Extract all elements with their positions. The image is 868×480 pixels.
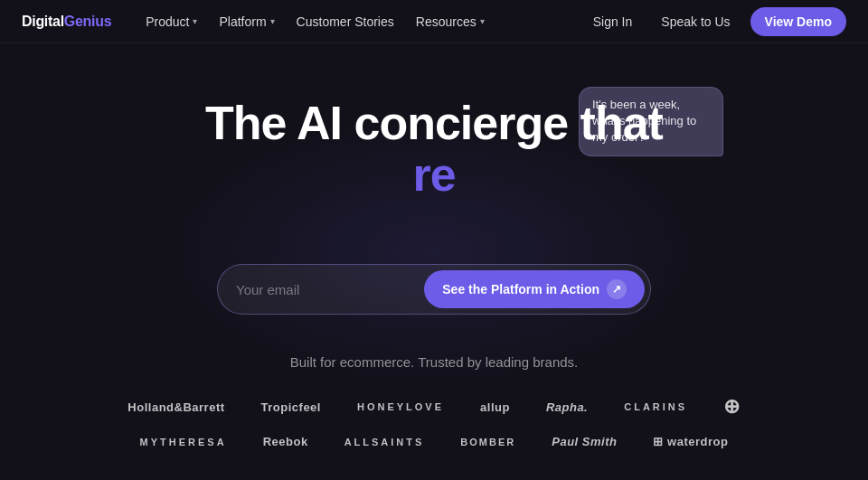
chevron-down-icon: ▾ [193, 16, 197, 26]
hero-title: The AI concierge that re [0, 98, 868, 201]
nav-label-resources: Resources [416, 14, 476, 29]
brand-clarins: CLARINS [624, 401, 687, 412]
brand-reebok: Reebok [263, 435, 308, 448]
nav-item-product[interactable]: Product ▾ [137, 9, 206, 34]
brand-rapha: Rapha. [546, 400, 588, 414]
brands-row-1: Holland&Barrett Tropicfeel HONEYLOVE all… [0, 395, 868, 419]
brand-bomber: BOMBER [460, 437, 515, 447]
nav-links: Product ▾ Platform ▾ Customer Stories Re… [137, 9, 583, 34]
email-input[interactable] [236, 282, 424, 297]
brand-icon-circle: ⊕ [723, 395, 741, 419]
nav-actions: Sign In Speak to Us View Demo [584, 7, 846, 36]
site-logo[interactable]: DigitalGenius [22, 14, 111, 30]
cta-label: See the Platform in Action [442, 282, 599, 296]
brand-paul-smith: Paul Smith [552, 435, 617, 448]
brand-waterdrop: ⊞ waterdrop [653, 435, 728, 448]
speak-to-us-link[interactable]: Speak to Us [652, 9, 739, 34]
nav-item-platform[interactable]: Platform ▾ [210, 9, 283, 34]
nav-item-resources[interactable]: Resources ▾ [407, 9, 494, 34]
cta-button[interactable]: See the Platform in Action ↗ [424, 270, 645, 308]
sign-in-link[interactable]: Sign In [584, 9, 642, 34]
nav-label-platform: Platform [219, 14, 266, 29]
brands-row-2: MYTHERESA Reebok ALLSAINTS BOMBER Paul S… [0, 435, 868, 448]
navbar: DigitalGenius Product ▾ Platform ▾ Custo… [0, 0, 868, 43]
email-form-container: See the Platform in Action ↗ [0, 264, 868, 315]
nav-item-customer-stories[interactable]: Customer Stories [288, 9, 403, 34]
brand-allup: allup [480, 400, 510, 414]
hero-title-line1: The AI concierge that [205, 97, 663, 149]
email-form: See the Platform in Action ↗ [217, 264, 651, 315]
chevron-down-icon: ▾ [270, 16, 275, 26]
brand-holland-barrett: Holland&Barrett [127, 400, 224, 414]
chevron-down-icon: ▾ [480, 16, 485, 26]
brand-allsaints: ALLSAINTS [344, 437, 425, 447]
brand-tropicfeel: Tropicfeel [261, 400, 321, 414]
brand-mytheresa: MYTHERESA [140, 437, 227, 447]
brand-honeylove: HONEYLOVE [357, 401, 444, 412]
nav-label-product: Product [146, 14, 189, 29]
brands-section: Built for ecommerce. Trusted by leading … [0, 354, 868, 448]
hero-section: The AI concierge that re See the Platfor… [0, 43, 868, 448]
hero-title-animated: re [412, 148, 455, 201]
arrow-icon: ↗ [607, 279, 627, 299]
view-demo-button[interactable]: View Demo [750, 7, 846, 36]
brands-tagline: Built for ecommerce. Trusted by leading … [0, 354, 868, 370]
nav-label-customer-stories: Customer Stories [297, 14, 394, 29]
